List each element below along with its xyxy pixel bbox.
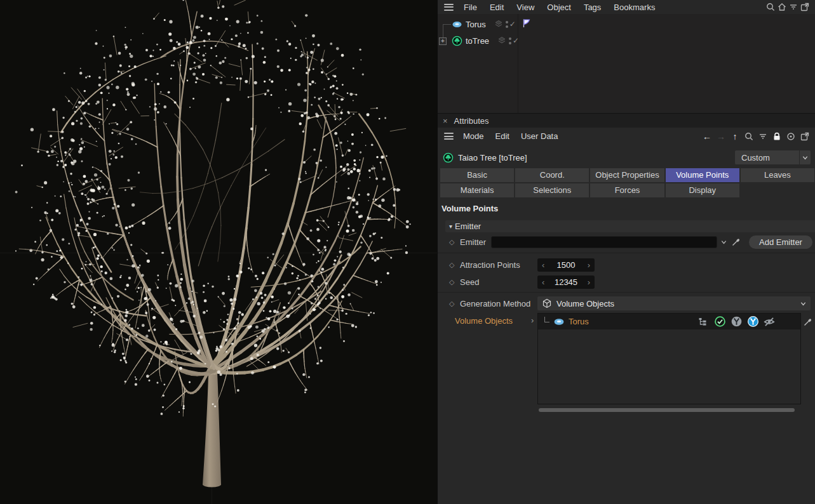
- object-row-torus[interactable]: Torus ✓: [438, 17, 714, 31]
- enable-toggles[interactable]: ✓: [509, 36, 519, 45]
- spin-up-icon[interactable]: ›: [588, 277, 590, 287]
- preset-dropdown[interactable]: Custom: [735, 150, 811, 164]
- tab-basic[interactable]: Basic: [440, 168, 514, 182]
- generation-method-value: Volume Objects: [556, 299, 614, 308]
- object-name[interactable]: Torus: [466, 20, 486, 29]
- tab-leaves[interactable]: Leaves: [741, 168, 814, 182]
- tree-generator-icon: [443, 152, 454, 163]
- keyframe-diamond-icon[interactable]: ◇: [449, 261, 457, 269]
- seed-label: Seed: [460, 277, 537, 287]
- menu-tags[interactable]: Tags: [577, 3, 607, 12]
- list-item-torus[interactable]: Torus: [538, 314, 800, 329]
- preset-value: Custom: [735, 153, 799, 162]
- menu-user-data[interactable]: User Data: [515, 131, 564, 141]
- object-title: Taiao Tree [toTree]: [458, 153, 527, 162]
- menu-file[interactable]: File: [457, 3, 483, 12]
- search-icon[interactable]: [765, 1, 776, 13]
- eyedropper-icon[interactable]: [731, 237, 741, 247]
- filter-icon[interactable]: [788, 1, 799, 13]
- torus-icon: [452, 19, 462, 30]
- menu-edit[interactable]: Edit: [490, 131, 515, 141]
- selection-flag-tag[interactable]: [521, 18, 532, 29]
- keyframe-diamond-icon[interactable]: ◇: [449, 238, 457, 246]
- seed-row: ◇ Seed ‹ 12345 ›: [438, 275, 815, 289]
- menu-edit[interactable]: Edit: [483, 3, 510, 12]
- object-row-totree[interactable]: toTree ✓: [438, 34, 714, 48]
- menu-object[interactable]: Object: [541, 3, 577, 12]
- list-item-name[interactable]: Torus: [569, 317, 589, 326]
- generation-method-dropdown[interactable]: Volume Objects: [537, 296, 811, 310]
- attraction-points-label: Attraction Points: [460, 260, 537, 270]
- emitter-row: ◇ Emitter Add Emitter: [438, 235, 815, 249]
- forward-icon[interactable]: →: [715, 131, 727, 142]
- keyframe-diamond-icon[interactable]: ◇: [449, 300, 457, 308]
- falloff-y-gray-icon[interactable]: [729, 315, 743, 329]
- list-item-toggles: [696, 315, 776, 329]
- tab-selections[interactable]: Selections: [515, 183, 589, 197]
- volume-cube-icon: [542, 298, 552, 308]
- emitter-group-header[interactable]: ▾ Emitter: [445, 220, 815, 232]
- back-icon[interactable]: ←: [701, 131, 713, 142]
- tree-corner: [544, 317, 549, 322]
- seed-stepper[interactable]: ‹ 12345 ›: [537, 275, 595, 289]
- panel-menu-icon[interactable]: [444, 4, 454, 11]
- volume-objects-list[interactable]: Torus: [537, 313, 801, 404]
- popout-icon[interactable]: [799, 131, 811, 142]
- spin-up-icon[interactable]: ›: [588, 260, 590, 270]
- section-title: Volume Points: [441, 204, 815, 215]
- lock-icon[interactable]: [771, 131, 783, 142]
- filter-icon[interactable]: [757, 131, 769, 142]
- expand-icon[interactable]: +: [439, 37, 447, 45]
- spin-down-icon[interactable]: ‹: [542, 277, 544, 287]
- torus-icon: [553, 317, 565, 326]
- attraction-points-stepper[interactable]: ‹ 1500 ›: [537, 258, 595, 272]
- panel-title: Attributes: [454, 116, 489, 126]
- target-icon[interactable]: [785, 131, 797, 142]
- tab-materials[interactable]: Materials: [440, 183, 514, 197]
- search-icon[interactable]: [743, 131, 755, 142]
- up-icon[interactable]: ↑: [729, 131, 741, 142]
- chevron-right-icon[interactable]: ›: [531, 315, 534, 325]
- tree-render: [0, 0, 437, 504]
- keyframe-diamond-icon[interactable]: ◇: [449, 278, 457, 286]
- attraction-points-value[interactable]: 1500: [557, 260, 576, 270]
- generation-method-row: ◇ Generation Method Volume Objects: [438, 296, 815, 310]
- enable-toggles[interactable]: ✓: [506, 20, 516, 29]
- scrollbar-thumb[interactable]: [539, 408, 795, 412]
- layers-icon[interactable]: [494, 19, 504, 29]
- hierarchy-icon[interactable]: [696, 315, 710, 329]
- enabled-check-icon[interactable]: [713, 315, 727, 329]
- chevron-down-icon[interactable]: [720, 239, 728, 246]
- volume-objects-section: Volume Objects › Torus: [438, 313, 815, 421]
- menu-mode[interactable]: Mode: [457, 131, 490, 141]
- emitter-input[interactable]: [491, 236, 717, 248]
- tree-generator-icon: [452, 36, 462, 46]
- horizontal-scrollbar[interactable]: [537, 408, 801, 413]
- attributes-header: × Attributes: [438, 114, 815, 128]
- home-icon[interactable]: [776, 1, 788, 13]
- tab-forces[interactable]: Forces: [590, 183, 664, 197]
- menu-view[interactable]: View: [510, 3, 541, 12]
- object-manager: File Edit View Object Tags Bookmarks: [438, 0, 815, 113]
- attributes-toolbar: Mode Edit User Data ← → ↑: [438, 128, 815, 145]
- close-icon[interactable]: ×: [443, 116, 448, 126]
- tab-coord[interactable]: Coord.: [515, 168, 589, 182]
- chevron-down-icon: [799, 150, 811, 164]
- seed-value[interactable]: 12345: [555, 277, 577, 287]
- right-panel: File Edit View Object Tags Bookmarks: [437, 0, 815, 504]
- popout-icon[interactable]: [799, 1, 811, 13]
- object-name[interactable]: toTree: [466, 36, 489, 46]
- spin-down-icon[interactable]: ‹: [542, 260, 544, 270]
- add-emitter-button[interactable]: Add Emitter: [749, 235, 812, 249]
- falloff-y-blue-icon[interactable]: [746, 315, 760, 329]
- tab-object-properties[interactable]: Object Properties: [590, 168, 664, 182]
- 3d-viewport[interactable]: [0, 0, 437, 504]
- tab-display[interactable]: Display: [666, 183, 739, 197]
- chevron-down-icon: [800, 300, 807, 307]
- panel-menu-icon[interactable]: [444, 133, 454, 140]
- eyedropper-icon[interactable]: [803, 317, 813, 327]
- tab-volume-points[interactable]: Volume Points: [666, 168, 739, 182]
- menu-bookmarks[interactable]: Bookmarks: [607, 3, 661, 12]
- layers-icon[interactable]: [497, 36, 507, 46]
- hidden-eye-icon[interactable]: [762, 315, 776, 329]
